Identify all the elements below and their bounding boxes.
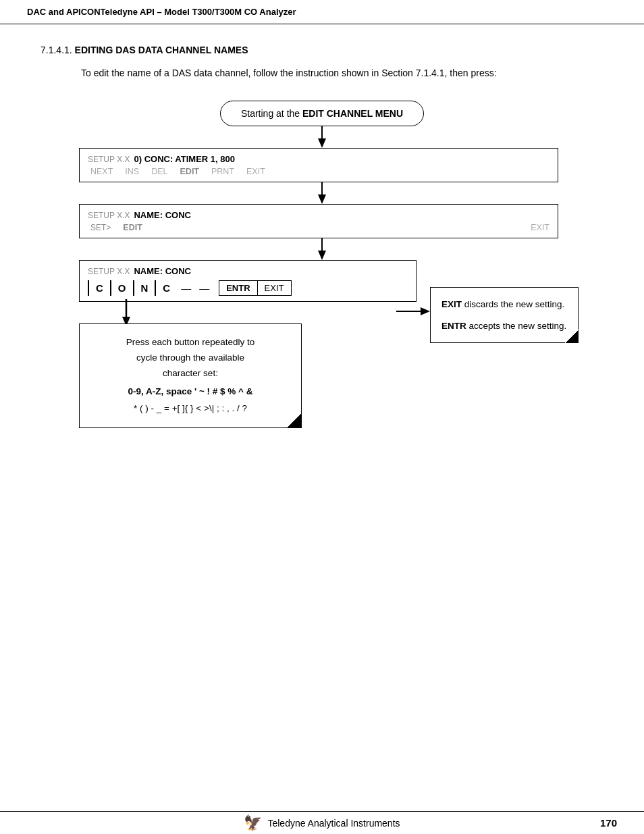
step0-label: Starting at the — [241, 108, 302, 119]
note-exit-bold: EXIT — [441, 299, 462, 309]
arrow-2-3 — [65, 238, 579, 260]
step1-row1: SETUP X.X 0) CONC: ATIMER 1, 800 — [88, 154, 549, 164]
intro-text: To edit the name of a DAS data channel, … — [81, 66, 603, 80]
step1-exit: EXIT — [246, 167, 265, 176]
bottom-note-line4: 0-9, A-Z, space ' ~ ! # $ % ^ & — [93, 384, 288, 400]
step2-box: SETUP X.X NAME: CONC SET> EDIT EXIT — [79, 204, 558, 238]
char-dash1: — — [177, 280, 195, 296]
step3-box: SETUP X.X NAME: CONC C O N C — — ENTR EX… — [79, 260, 417, 302]
char-dash2: — — [195, 280, 213, 296]
note-right-wrapper: EXIT discards the new setting. ENTR acce… — [430, 287, 579, 343]
note-right-box: EXIT discards the new setting. ENTR acce… — [430, 287, 579, 343]
step3-title: NAME: CONC — [134, 266, 191, 276]
step3-left: SETUP X.X NAME: CONC C O N C — — ENTR EX… — [79, 260, 417, 428]
flowchart: Starting at the EDIT CHANNEL MENU SETUP … — [65, 101, 579, 519]
bottom-note-line5: * ( ) - _ = +[ ]{ } < >\| ; : , . / ? — [93, 401, 288, 417]
footer-center: 🦅 Teledyne Analytical Instruments — [244, 814, 400, 832]
step0-bold: EDIT CHANNEL MENU — [302, 108, 403, 119]
step2-row1: SETUP X.X NAME: CONC — [88, 210, 549, 220]
arrow-right — [396, 306, 430, 319]
svg-marker-5 — [318, 251, 326, 260]
note-entr-text: accepts the new setting. — [466, 321, 567, 331]
svg-marker-9 — [421, 307, 430, 315]
bottom-note-line1: Press each button repeatedly to — [93, 335, 288, 350]
char-C: C — [88, 280, 110, 296]
step2-menu: SET> EDIT EXIT — [88, 223, 549, 232]
section-heading: 7.1.4.1. EDITING DAS DATA CHANNEL NAMES — [41, 45, 603, 55]
step2-box-wrapper: SETUP X.X NAME: CONC SET> EDIT EXIT — [79, 204, 558, 238]
bottom-note-line2: cycle through the available — [93, 350, 288, 366]
footer-page: 170 — [600, 817, 617, 829]
char-exit: EXIT — [258, 280, 292, 296]
main-content: 7.1.4.1. EDITING DAS DATA CHANNEL NAMES … — [0, 24, 644, 573]
step1-box-wrapper: SETUP X.X 0) CONC: ATIMER 1, 800 NEXT IN… — [79, 148, 558, 182]
step2-prefix: SETUP X.X — [88, 211, 130, 220]
note-exit-text: discards the new setting. — [462, 299, 564, 309]
char-entr: ENTR — [219, 280, 257, 296]
step0-oval-container: Starting at the EDIT CHANNEL MENU — [65, 101, 579, 126]
page-header: DAC and APICONTeledyne API – Model T300/… — [0, 0, 644, 24]
char-N: N — [133, 280, 155, 296]
char-C2: C — [155, 280, 177, 296]
step0-oval: Starting at the EDIT CHANNEL MENU — [220, 101, 424, 126]
step1-prnt: PRNT — [211, 167, 234, 176]
arrow-3-bottom — [79, 302, 417, 323]
step2-set: SET> — [90, 223, 111, 232]
step2-exit: EXIT — [531, 223, 549, 232]
step1-prefix: SETUP X.X — [88, 155, 130, 164]
step1-next: NEXT — [90, 167, 113, 176]
step3-chars: C O N C — — ENTR EXIT — [88, 280, 408, 296]
svg-marker-3 — [318, 194, 326, 204]
page-footer: 🦅 Teledyne Analytical Instruments 170 — [0, 811, 644, 834]
footer-company: Teledyne Analytical Instruments — [267, 818, 400, 829]
step1-del: DEL — [151, 167, 167, 176]
note-entr-bold: ENTR — [441, 321, 466, 331]
step2-title: NAME: CONC — [134, 210, 191, 220]
step2-edit: EDIT — [123, 223, 142, 232]
note-exit-line: EXIT discards the new setting. — [441, 297, 567, 312]
step1-menu: NEXT INS DEL EDIT PRNT EXIT — [88, 167, 549, 176]
step1-box: SETUP X.X 0) CONC: ATIMER 1, 800 NEXT IN… — [79, 148, 558, 182]
step3-row1: SETUP X.X NAME: CONC — [88, 266, 408, 276]
step3-row: SETUP X.X NAME: CONC C O N C — — ENTR EX… — [79, 260, 579, 428]
step1-ins: INS — [125, 167, 139, 176]
section-title: EDITING DAS DATA CHANNEL NAMES — [75, 45, 248, 55]
bottom-note: Press each button repeatedly to cycle th… — [79, 323, 302, 428]
footer-logo: 🦅 — [244, 814, 262, 832]
step3-prefix: SETUP X.X — [88, 267, 130, 276]
note-entr-line: ENTR accepts the new setting. — [441, 319, 567, 334]
step1-title: 0) CONC: ATIMER 1, 800 — [134, 154, 235, 164]
arrow-1-2 — [65, 182, 579, 204]
arrow-0-1 — [65, 126, 579, 148]
section-number: 7.1.4.1. — [41, 45, 72, 55]
step1-edit: EDIT — [180, 167, 199, 176]
header-text: DAC and APICONTeledyne API – Model T300/… — [27, 7, 296, 17]
char-O: O — [110, 280, 133, 296]
svg-marker-1 — [318, 138, 326, 148]
bottom-note-line3: character set: — [93, 366, 288, 382]
